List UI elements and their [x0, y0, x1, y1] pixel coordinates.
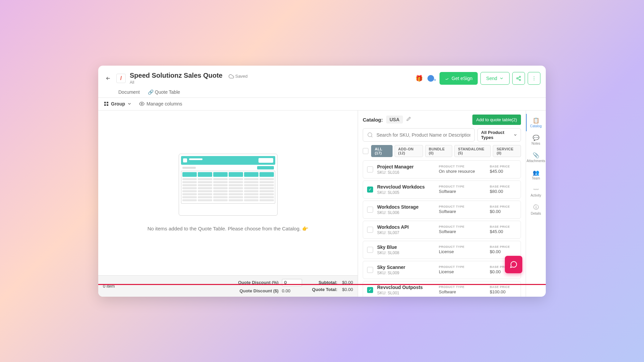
product-checkbox[interactable]: ✓ [367, 187, 373, 193]
catalog-icon: 📋 [533, 117, 539, 124]
side-panel-item-notes[interactable]: 💬Notes [526, 131, 546, 149]
product-name: Sky Blue [377, 244, 435, 250]
product-type: Software [439, 209, 486, 214]
eye-icon [139, 101, 144, 106]
svg-point-11 [368, 133, 372, 137]
add-to-quote-button[interactable]: Add to quote table(2) [472, 115, 521, 125]
discount-pct-input[interactable] [282, 279, 302, 286]
filter-pills: ALL (17)ADD-ON (12)BUNDLE (0)STANDALONE … [358, 145, 526, 160]
product-checkbox[interactable] [367, 166, 373, 172]
product-checkbox[interactable] [367, 227, 373, 233]
document-title: Speed Solutionz Sales Quote [130, 72, 223, 79]
search-box[interactable] [363, 128, 475, 142]
back-button[interactable] [104, 74, 113, 83]
filter-pill[interactable]: SERVICE (0) [493, 145, 521, 157]
product-type-header: PRODUCT TYPE [439, 225, 486, 228]
side-panel-item-activity[interactable]: 〰Activity [526, 184, 546, 201]
header-actions: Get eSign Send [440, 72, 540, 85]
side-panel-item-details[interactable]: ⓘDetails [526, 201, 546, 219]
side-panel: 📋Catalog💬Notes📎Attachments👥Team〰Activity… [526, 111, 546, 297]
header: / Speed Solutionz Sales Quote All Saved … [98, 66, 546, 88]
add-user-icon[interactable] [427, 75, 434, 82]
product-checkbox[interactable] [367, 207, 373, 213]
header-icons: 🎁 [415, 75, 434, 82]
product-name: Sky Scanner [377, 265, 435, 270]
product-checkbox[interactable]: ✓ [367, 287, 373, 293]
product-price: $0.00 [490, 249, 517, 254]
filter-pill[interactable]: ADD-ON (12) [395, 145, 423, 157]
side-panel-item-team[interactable]: 👥Team [526, 166, 546, 184]
product-type: Software [439, 229, 486, 234]
empty-message: No items added to the Quote Table. Pleas… [148, 226, 309, 232]
product-price: $100.00 [490, 289, 517, 294]
quote-total-value: $0.00 [342, 287, 353, 292]
quote-footer: 0 item Quote Discount (%) Quote Discount… [98, 275, 358, 297]
product-sku: SKU: SL001 [377, 291, 435, 295]
base-price-header: BASE PRICE [490, 225, 517, 228]
chevron-down-icon [127, 101, 132, 106]
base-price-header: BASE PRICE [490, 165, 517, 168]
edit-region-button[interactable] [406, 117, 411, 123]
svg-point-5 [534, 79, 534, 80]
tab-quote-table[interactable]: 🔗 Quote Table [148, 89, 180, 97]
chat-fab[interactable] [505, 256, 522, 273]
more-button[interactable] [528, 72, 540, 85]
product-checkbox[interactable] [367, 247, 373, 253]
product-card[interactable]: Sky Blue SKU: SL008 PRODUCT TYPE License… [363, 241, 521, 259]
manage-columns-button[interactable]: Manage columns [139, 101, 182, 106]
product-type: Software [439, 289, 486, 294]
tab-document[interactable]: Document [118, 89, 140, 97]
product-type-header: PRODUCT TYPE [439, 285, 486, 289]
product-card[interactable]: Workdocs API SKU: SL007 PRODUCT TYPE Sof… [363, 221, 521, 239]
document-subtitle: All [130, 80, 223, 85]
filter-pill[interactable]: ALL (17) [371, 145, 393, 157]
product-card[interactable]: Project Manager SKU: SL016 PRODUCT TYPE … [363, 160, 521, 178]
search-input[interactable] [376, 132, 470, 138]
quote-table-pane: No items added to the Quote Table. Pleas… [98, 111, 358, 297]
chat-icon [510, 261, 518, 269]
toolbar: Group Manage columns [98, 98, 546, 111]
svg-rect-8 [104, 104, 106, 106]
search-icon [367, 132, 373, 138]
product-checkbox[interactable] [367, 267, 373, 273]
svg-rect-9 [107, 104, 108, 106]
send-button[interactable]: Send [480, 72, 510, 85]
title-block: Speed Solutionz Sales Quote All [130, 72, 223, 85]
share-button[interactable] [512, 72, 525, 85]
more-vertical-icon [531, 76, 537, 81]
svg-rect-6 [104, 102, 106, 103]
chevron-down-icon [499, 76, 504, 81]
group-button[interactable]: Group [104, 101, 132, 106]
product-name: Workdocs Storage [377, 204, 435, 210]
quote-total-label: Quote Total: [312, 287, 338, 292]
discount-amt-value: 0.00 [282, 288, 302, 293]
document-icon: / [116, 74, 126, 83]
product-type-header: PRODUCT TYPE [439, 165, 486, 168]
svg-point-0 [519, 76, 521, 77]
document-tabs: Document 🔗 Quote Table [98, 86, 546, 98]
catalog-label: Catalog: [363, 117, 383, 123]
side-panel-item-attachments[interactable]: 📎Attachments [526, 149, 546, 166]
product-card[interactable]: Sky Scanner SKU: SL009 PRODUCT TYPE Lice… [363, 261, 521, 279]
discount-amt-label: Quote Discount ($) [240, 288, 279, 293]
product-price: $80.00 [490, 189, 517, 194]
catalog-header: Catalog: USA Add to quote table(2) [358, 115, 526, 128]
product-type: License [439, 269, 486, 274]
empty-state: No items added to the Quote Table. Pleas… [98, 111, 358, 275]
product-type-select[interactable]: All Product Types [477, 128, 521, 142]
link-icon: 🔗 [148, 89, 154, 95]
svg-point-4 [534, 78, 534, 79]
get-esign-button[interactable]: Get eSign [440, 72, 478, 85]
side-panel-item-catalog[interactable]: 📋Catalog [526, 114, 546, 131]
filter-pill[interactable]: STANDALONE (5) [454, 145, 491, 157]
product-card[interactable]: ✓ Revvcloud Workdocs SKU: SL005 PRODUCT … [363, 180, 521, 199]
gift-icon[interactable]: 🎁 [415, 75, 423, 82]
attachments-icon: 📎 [533, 152, 539, 158]
product-card[interactable]: Workdocs Storage SKU: SL006 PRODUCT TYPE… [363, 201, 521, 219]
product-name: Revvcloud Workdocs [377, 184, 435, 190]
product-price: $0.00 [490, 209, 517, 214]
select-all-checkbox[interactable] [363, 148, 368, 154]
filter-pill[interactable]: BUNDLE (0) [425, 145, 452, 157]
product-card[interactable]: ✓ Revvcloud Outposts SKU: SL001 PRODUCT … [363, 281, 521, 297]
cloud-icon [229, 74, 234, 79]
